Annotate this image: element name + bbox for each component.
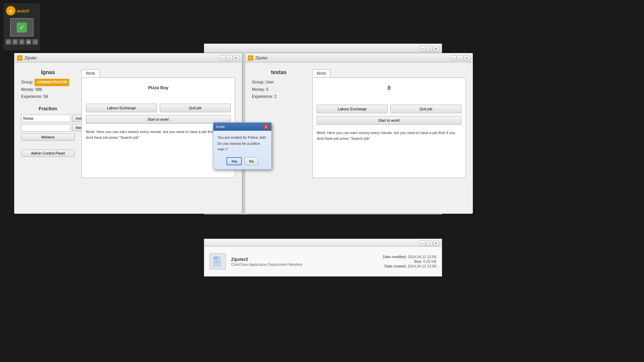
ignas-title: Z Zipster (17, 55, 37, 61)
file-desc: ClickOnce Application Deployment Manifes… (231, 262, 377, 266)
testas-minimize-btn[interactable]: — (450, 55, 457, 61)
fraction-invite-row: Invite (21, 115, 75, 122)
testas-tab-content: 0 Labour Exchange Quit job Start to work… (312, 77, 466, 178)
ignas-fraction-section: Fraction Invite Remove Workers (21, 106, 75, 143)
ignas-quit-job-btn[interactable]: Quit job (160, 104, 231, 112)
testas-content: testas Group: User Money: 5 Experience: … (245, 63, 473, 214)
ignas-minimize-btn[interactable]: — (220, 55, 226, 61)
ignas-start-work-btn[interactable]: Start to work! (86, 115, 231, 124)
bg-window-left-controls: — □ ✕ (420, 46, 439, 51)
file-explorer-minimize-btn[interactable]: — (420, 241, 426, 246)
testas-window-controls: — □ ✕ (450, 55, 470, 61)
file-icon-svg (212, 256, 223, 267)
ignas-name: Ignas (21, 69, 75, 75)
file-info-panel: Zipster2 ClickOnce Application Deploymen… (204, 246, 442, 277)
fraction-remove-row: Remove (21, 124, 75, 131)
ignas-group-badge: ADMINISTRATOR (35, 79, 69, 86)
invite-dialog-buttons: Yes No (217, 157, 267, 165)
testas-start-work-btn[interactable]: Start to work! (317, 116, 462, 125)
ignas-tab-content: Pizza Boy Labour Exchange Quit job Start… (82, 77, 235, 178)
ignas-tab-header: Work (82, 69, 235, 77)
bg-left-minimize-btn[interactable]: — (420, 46, 426, 51)
workers-button[interactable]: Workers (21, 133, 75, 141)
ignas-exp-value: 58 (44, 94, 48, 99)
testas-work-tab[interactable]: Work (312, 69, 330, 77)
testas-maximize-btn[interactable]: □ (457, 55, 463, 61)
file-size: Size: 5,25 KB (383, 259, 436, 263)
window-testas: Z Zipster — □ ✕ testas Group: User Money… (245, 53, 473, 214)
file-date-created: Date created: 2014.04.12 12:06 (383, 264, 436, 268)
ignas-maximize-btn[interactable]: □ (226, 55, 232, 61)
ignas-money-label: Money: (21, 87, 34, 92)
file-date-created-label: Date created: (384, 264, 407, 268)
avast-tb-icon-5[interactable]: ⌂ (33, 39, 38, 45)
invite-yes-btn[interactable]: Yes (226, 157, 242, 165)
bg-left-close-btn[interactable]: ✕ (433, 46, 439, 51)
invite-message-line1: You are invited for Police Job! (217, 135, 267, 141)
testas-work-buttons: Labour Exchange Quit job (317, 105, 462, 113)
avast-icon: a (6, 6, 15, 15)
avast-logo: a avast! (6, 6, 38, 15)
avast-screen: ✓ (10, 18, 34, 37)
file-meta: Date modified: 2014.04.12 12:06 Size: 5,… (383, 255, 436, 268)
testas-group: Group: User (252, 79, 306, 86)
file-explorer-close-btn[interactable]: ✕ (433, 241, 439, 246)
ignas-window-title: Zipster (24, 56, 37, 60)
testas-exp-value: 2 (274, 94, 277, 99)
testas-close-btn[interactable]: ✕ (464, 55, 470, 61)
invite-dialog-body: You are invited for Police Job! Do you w… (213, 131, 271, 169)
testas-titlebar[interactable]: Z Zipster — □ ✕ (245, 53, 473, 63)
testas-tab-header: Work (312, 69, 466, 77)
avast-tb-icon-2[interactable]: ↺ (12, 39, 18, 45)
ignas-profile-section: Ignas Group: ADMINISTRATOR Money: 986 Ex… (21, 69, 75, 207)
ignas-exp: Experience: 58 (21, 93, 75, 101)
invite-dialog-titlebar[interactable]: Invite ✕ (213, 123, 271, 131)
ignas-work-section: Work Pizza Boy Labour Exchange Quit job … (82, 69, 235, 207)
testas-quit-job-btn[interactable]: Quit job (390, 105, 462, 113)
zipster-icon-left: Z (17, 55, 22, 61)
ignas-info: Group: ADMINISTRATOR Money: 986 Experien… (21, 79, 75, 101)
testas-money: Money: 5 (252, 86, 306, 94)
file-name: Zipster2 (231, 257, 377, 262)
file-explorer-controls: — □ ✕ (420, 241, 439, 246)
admin-control-panel-button[interactable]: Admin Control Panel (21, 149, 75, 157)
file-details: Zipster2 ClickOnce Application Deploymen… (231, 257, 377, 266)
testas-group-label: Group: (252, 80, 264, 84)
fraction-name-input[interactable] (21, 115, 71, 122)
invite-message-line2: Do you wanna be a police man ? (217, 141, 267, 153)
window-ignas: Z Zipster — □ ✕ Ignas Group: ADMINISTRAT… (14, 53, 242, 214)
avast-tb-icon-4[interactable]: ▣ (26, 39, 31, 45)
file-date-modified: Date modified: 2014.04.12 12:06 (383, 255, 436, 259)
invite-dialog-close-btn[interactable]: ✕ (263, 124, 269, 129)
avast-tb-icon-1[interactable]: ⊡ (6, 39, 11, 45)
file-size-value: 5,25 KB (423, 259, 436, 263)
file-icon (210, 253, 226, 269)
ignas-group: Group: ADMINISTRATOR (21, 79, 75, 86)
avast-taskbar: ⊡ ↺ 𝕿 ▣ ⌂ (6, 39, 38, 45)
testas-number-display: 0 (317, 85, 462, 91)
ignas-money-value: 986 (36, 87, 42, 92)
ignas-work-description: Work: Here you can earn money every minu… (86, 129, 231, 140)
testas-work-description: Work: Here you can earn money every minu… (317, 130, 462, 141)
testas-info: Group: User Money: 5 Experience: 2 (252, 79, 306, 101)
ignas-labour-exchange-btn[interactable]: Labour Exchange (86, 104, 157, 112)
zipster-icon-right: Z (248, 55, 253, 61)
ignas-content: Ignas Group: ADMINISTRATOR Money: 986 Ex… (14, 63, 242, 214)
testas-money-label: Money: (252, 87, 265, 92)
ignas-work-tab[interactable]: Work (82, 69, 100, 77)
fraction-remove-input[interactable] (21, 124, 71, 131)
avast-text: avast! (17, 8, 30, 13)
ignas-group-label: Group: (21, 80, 34, 84)
ignas-close-btn[interactable]: ✕ (233, 55, 239, 61)
file-explorer-maximize-btn[interactable]: □ (426, 241, 432, 246)
invite-dialog-title: Invite (216, 125, 225, 129)
ignas-titlebar[interactable]: Z Zipster — □ ✕ (14, 53, 242, 63)
testas-work-section: Work 0 Labour Exchange Quit job Start to… (312, 69, 466, 207)
ignas-window-controls: — □ ✕ (220, 55, 239, 61)
invite-dialog: Invite ✕ You are invited for Police Job!… (213, 122, 272, 170)
testas-labour-exchange-btn[interactable]: Labour Exchange (317, 105, 388, 113)
invite-no-btn[interactable]: No (245, 157, 258, 165)
avast-tb-icon-3[interactable]: 𝕿 (19, 39, 24, 45)
bg-window-left-titlebar[interactable]: — □ ✕ (204, 44, 442, 53)
bg-left-maximize-btn[interactable]: □ (426, 46, 432, 51)
